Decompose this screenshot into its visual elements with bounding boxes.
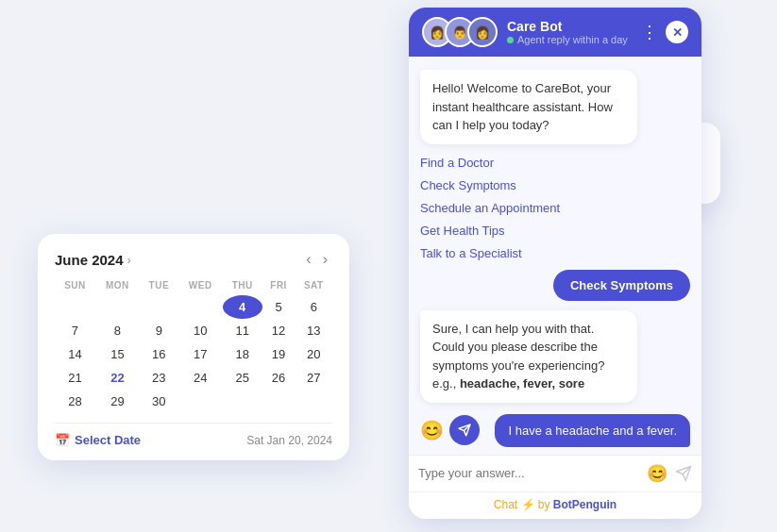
calendar-day[interactable]: 6 bbox=[296, 295, 332, 319]
calendar-day[interactable]: 11 bbox=[223, 319, 262, 342]
calendar-day[interactable]: 19 bbox=[262, 342, 296, 366]
chat-body: Hello! Welcome to CareBot, your instant … bbox=[409, 57, 701, 455]
status-dot bbox=[507, 37, 514, 43]
header-info: Care Bot Agent reply within a day bbox=[507, 19, 632, 45]
bot-welcome-bubble: Hello! Welcome to CareBot, your instant … bbox=[420, 70, 637, 144]
calendar-month-arrow: › bbox=[127, 253, 131, 267]
calendar-day[interactable]: 29 bbox=[95, 390, 140, 413]
calendar-grid: SUN MON TUE WED THU FRI SAT 456789101112… bbox=[55, 277, 332, 413]
cal-day-mon: MON bbox=[95, 277, 140, 295]
options-list: Find a Doctor Check Symptoms Schedule an… bbox=[420, 154, 690, 262]
option-health-tips[interactable]: Get Health Tips bbox=[420, 222, 690, 240]
calendar-day[interactable]: 24 bbox=[178, 366, 223, 390]
calendar-day[interactable]: 16 bbox=[140, 342, 178, 366]
bot-welcome-text: Hello! Welcome to CareBot, your instant … bbox=[432, 81, 613, 132]
send-main-icon bbox=[675, 465, 692, 482]
cal-day-fri: FRI bbox=[262, 277, 296, 295]
brand-name: BotPenguin bbox=[553, 498, 617, 511]
user-message-bubble: I have a headache and a fever. bbox=[495, 414, 690, 447]
calendar-day[interactable]: 15 bbox=[95, 342, 140, 366]
calendar-day[interactable]: 13 bbox=[296, 319, 332, 342]
cal-day-wed: WED bbox=[178, 277, 223, 295]
calendar-day[interactable]: 14 bbox=[55, 342, 95, 366]
calendar-day[interactable]: 4 bbox=[223, 295, 262, 319]
close-button[interactable]: ✕ bbox=[666, 21, 688, 43]
bot-bold-text: headache, fever, sore bbox=[460, 376, 584, 391]
calendar-day[interactable]: 20 bbox=[296, 342, 332, 366]
send-icon-button[interactable] bbox=[449, 415, 480, 445]
calendar-day bbox=[262, 390, 296, 413]
option-check-symptoms[interactable]: Check Symptoms bbox=[420, 176, 690, 194]
calendar-next-button[interactable]: › bbox=[318, 249, 332, 270]
calendar-day[interactable]: 17 bbox=[178, 342, 223, 366]
chat-footer: Chat ⚡ by BotPenguin bbox=[409, 491, 701, 519]
chat-input-area: 😊 bbox=[409, 455, 701, 491]
header-actions: ⋮ ✕ bbox=[641, 21, 688, 43]
option-find-doctor[interactable]: Find a Doctor bbox=[420, 154, 690, 172]
calendar-nav: ‹ › bbox=[301, 249, 332, 270]
calendar-day[interactable]: 10 bbox=[178, 319, 223, 342]
calendar-day bbox=[95, 295, 140, 319]
calendar-card: June 2024 › ‹ › SUN MON TUE WED THU FRI … bbox=[38, 234, 349, 460]
calendar-day bbox=[140, 295, 178, 319]
calendar-icon: 📅 bbox=[55, 433, 70, 447]
calendar-day bbox=[296, 390, 332, 413]
cal-day-sun: SUN bbox=[55, 277, 95, 295]
option-specialist[interactable]: Talk to a Specialist bbox=[420, 244, 690, 262]
chat-header: 👩 👨 👩 Care Bot Agent reply within a day … bbox=[409, 8, 701, 57]
calendar-day[interactable]: 26 bbox=[262, 366, 296, 390]
cal-day-thu: THU bbox=[223, 277, 262, 295]
calendar-header: June 2024 › ‹ › bbox=[55, 249, 332, 270]
select-date-label: Select Date bbox=[75, 433, 141, 447]
calendar-day[interactable]: 23 bbox=[140, 366, 178, 390]
calendar-day[interactable]: 5 bbox=[262, 295, 296, 319]
calendar-day[interactable]: 7 bbox=[55, 319, 95, 342]
close-icon: ✕ bbox=[672, 25, 683, 40]
calendar-month: June 2024 › bbox=[55, 252, 131, 268]
calendar-day[interactable]: 18 bbox=[223, 342, 262, 366]
bot-followup-text: Sure, I can help you with that. Could yo… bbox=[432, 322, 604, 391]
bot-followup-bubble: Sure, I can help you with that. Could yo… bbox=[420, 310, 637, 403]
lightning-icon: ⚡ bbox=[521, 498, 535, 511]
calendar-day[interactable]: 22 bbox=[95, 366, 140, 390]
more-icon: ⋮ bbox=[641, 22, 658, 42]
calendar-footer: 📅 Select Date Sat Jan 20, 2024 bbox=[55, 423, 332, 447]
send-arrow-icon bbox=[458, 424, 471, 437]
user-message-row: 😊 I have a headache and a fever. bbox=[420, 414, 690, 447]
calendar-prev-button[interactable]: ‹ bbox=[301, 249, 315, 270]
calendar-day[interactable]: 27 bbox=[296, 366, 332, 390]
more-options-button[interactable]: ⋮ bbox=[641, 22, 658, 42]
calendar-day[interactable]: 8 bbox=[95, 319, 140, 342]
cal-day-sat: SAT bbox=[296, 277, 332, 295]
emoji-button[interactable]: 😊 bbox=[647, 463, 667, 484]
check-symptoms-button[interactable]: Check Symptoms bbox=[553, 270, 690, 301]
emoji-icon: 😊 bbox=[420, 419, 444, 441]
calendar-day bbox=[178, 390, 223, 413]
chat-input[interactable] bbox=[418, 466, 639, 480]
calendar-day[interactable]: 28 bbox=[55, 390, 95, 413]
option-schedule-appointment[interactable]: Schedule an Appointment bbox=[420, 199, 690, 217]
calendar-day[interactable]: 21 bbox=[55, 366, 95, 390]
calendar-day bbox=[55, 295, 95, 319]
chat-widget: 👩 👨 👩 Care Bot Agent reply within a day … bbox=[409, 8, 701, 519]
calendar-day bbox=[223, 390, 262, 413]
calendar-day bbox=[178, 295, 223, 319]
calendar-day[interactable]: 12 bbox=[262, 319, 296, 342]
send-main-button[interactable] bbox=[675, 465, 692, 482]
cal-day-tue: TUE bbox=[140, 277, 178, 295]
header-status-text: Agent reply within a day bbox=[517, 34, 628, 45]
selected-date: Sat Jan 20, 2024 bbox=[246, 434, 332, 447]
footer-text: Chat ⚡ by BotPenguin bbox=[494, 498, 617, 511]
header-title: Care Bot bbox=[507, 19, 632, 34]
select-date-button[interactable]: 📅 Select Date bbox=[55, 433, 141, 447]
calendar-day[interactable]: 30 bbox=[140, 390, 178, 413]
calendar-day[interactable]: 9 bbox=[140, 319, 178, 342]
header-status: Agent reply within a day bbox=[507, 34, 632, 45]
calendar-day[interactable]: 25 bbox=[223, 366, 262, 390]
avatar-3: 👩 bbox=[467, 17, 498, 47]
avatar-group: 👩 👨 👩 bbox=[422, 17, 498, 47]
calendar-month-text: June 2024 bbox=[55, 252, 124, 268]
